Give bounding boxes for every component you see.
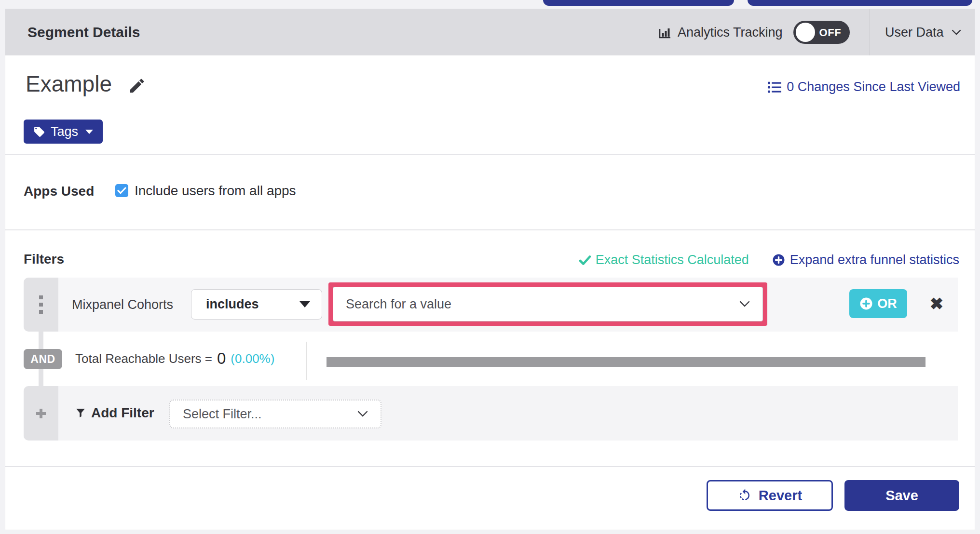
select-filter-placeholder: Select Filter... xyxy=(183,407,262,422)
bar-chart-icon xyxy=(657,25,672,40)
drag-dot-icon xyxy=(39,295,43,299)
or-button-label: OR xyxy=(877,296,897,311)
section-divider xyxy=(5,154,975,155)
connector-line xyxy=(39,368,43,387)
connector-line xyxy=(39,332,43,350)
drag-handle[interactable] xyxy=(24,278,58,332)
top-cropped-button-left[interactable] xyxy=(543,0,734,6)
filter-attribute-label: Mixpanel Cohorts xyxy=(72,297,173,312)
user-data-label: User Data xyxy=(885,25,944,40)
user-data-dropdown[interactable]: User Data xyxy=(885,9,961,55)
chevron-down-icon xyxy=(739,301,750,307)
add-filter-body: Add Filter Select Filter... xyxy=(58,386,958,441)
plus-icon xyxy=(35,408,47,419)
vertical-divider xyxy=(306,342,307,380)
add-filter-plus-button[interactable] xyxy=(24,386,58,441)
value-search-dropdown[interactable]: Search for a value xyxy=(333,287,763,321)
value-search-placeholder: Search for a value xyxy=(346,297,451,312)
analytics-tracking-label: Analytics Tracking xyxy=(678,25,783,40)
apps-used-label: Apps Used xyxy=(24,184,94,199)
segment-editor-page: Segment Details Analytics Tracking OFF xyxy=(0,0,980,534)
filters-heading: Filters xyxy=(24,252,64,267)
add-filter-row: Add Filter Select Filter... xyxy=(24,386,958,441)
changes-link-label: 0 Changes Since Last Viewed xyxy=(787,80,960,94)
reachable-users-percent: (0.00%) xyxy=(231,351,274,366)
section-divider xyxy=(5,229,975,230)
filter-row: Mixpanel Cohorts includes Search for a v… xyxy=(24,278,958,332)
filters-status-row: Exact Statistics Calculated Expand extra… xyxy=(579,253,959,267)
header-divider xyxy=(870,9,870,55)
expand-funnel-statistics-label: Expand extra funnel statistics xyxy=(790,253,959,267)
change-list-icon xyxy=(767,81,782,93)
expand-funnel-statistics-link[interactable]: Expand extra funnel statistics xyxy=(772,253,959,267)
chevron-down-icon xyxy=(357,411,368,417)
drag-dot-icon xyxy=(39,310,43,314)
analytics-tracking-control: Analytics Tracking OFF xyxy=(657,9,850,55)
segment-details-panel: Segment Details Analytics Tracking OFF xyxy=(5,9,975,530)
operator-dropdown[interactable]: includes xyxy=(191,289,322,320)
edit-pencil-icon[interactable] xyxy=(128,77,146,95)
save-button[interactable]: Save xyxy=(844,480,959,511)
include-all-apps-checkbox[interactable] xyxy=(115,184,128,197)
reachable-users-label: Total Reachable Users = xyxy=(75,351,212,366)
toggle-knob xyxy=(796,23,815,42)
segment-name: Example xyxy=(26,71,112,97)
header-divider xyxy=(646,9,646,55)
revert-button[interactable]: Revert xyxy=(707,480,833,511)
check-icon xyxy=(579,255,591,265)
changes-since-last-viewed-link[interactable]: 0 Changes Since Last Viewed xyxy=(767,80,960,94)
panel-title: Segment Details xyxy=(27,24,140,40)
remove-filter-button[interactable]: ✖ xyxy=(924,290,949,317)
plus-circle-icon xyxy=(772,254,785,267)
add-filter-label-group: Add Filter xyxy=(75,405,154,421)
include-all-apps-label: Include users from all apps xyxy=(135,183,296,199)
plus-circle-icon xyxy=(859,297,873,310)
exact-statistics-status: Exact Statistics Calculated xyxy=(579,253,749,267)
add-filter-label: Add Filter xyxy=(91,405,154,421)
tags-button-label: Tags xyxy=(51,124,78,139)
reachable-users-count: 0 xyxy=(217,349,226,368)
tag-icon xyxy=(33,126,45,138)
highlight-annotation: Search for a value xyxy=(328,282,767,326)
tags-button[interactable]: Tags xyxy=(24,120,103,144)
funnel-icon xyxy=(75,407,86,419)
exact-statistics-label: Exact Statistics Calculated xyxy=(596,253,749,267)
operator-value: includes xyxy=(206,297,259,312)
revert-button-label: Revert xyxy=(759,488,802,504)
filter-row-body: Mixpanel Cohorts includes Search for a v… xyxy=(58,278,958,332)
caret-down-icon xyxy=(85,130,93,134)
add-or-condition-button[interactable]: OR xyxy=(849,289,907,318)
reachable-users-progress-bar xyxy=(327,357,926,367)
top-cropped-button-right[interactable] xyxy=(748,0,972,6)
toggle-state-label: OFF xyxy=(819,27,842,39)
panel-header: Segment Details Analytics Tracking OFF xyxy=(5,9,975,55)
triangle-down-icon xyxy=(299,301,310,307)
save-button-label: Save xyxy=(885,488,918,504)
section-divider xyxy=(5,466,975,467)
drag-dot-icon xyxy=(39,303,43,307)
analytics-tracking-toggle[interactable]: OFF xyxy=(793,21,850,44)
total-reachable-users: Total Reachable Users = 0 (0.00%) xyxy=(75,347,274,371)
and-connector-badge: AND xyxy=(24,349,62,369)
chevron-down-icon xyxy=(952,29,961,36)
revert-undo-icon xyxy=(737,488,752,503)
select-filter-dropdown[interactable]: Select Filter... xyxy=(169,400,381,428)
